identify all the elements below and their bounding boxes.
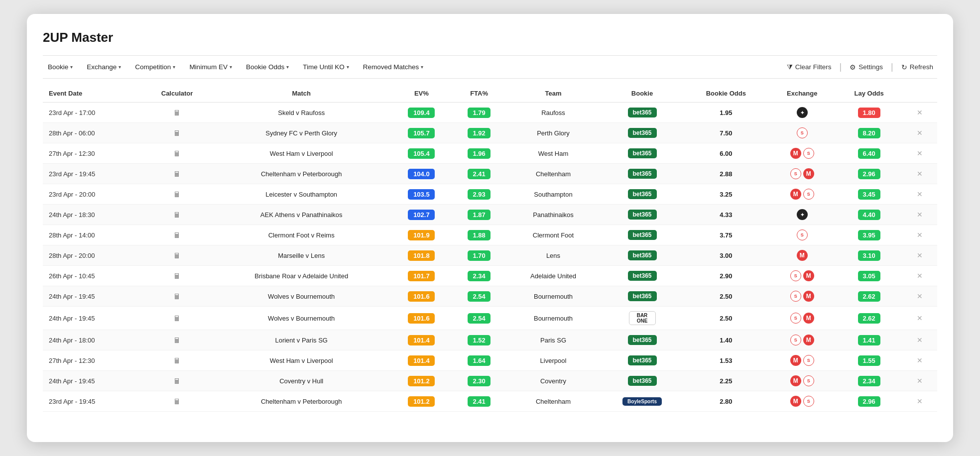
calculator-icon[interactable]: 🖩 <box>173 377 181 385</box>
cell-calculator[interactable]: 🖩 <box>142 307 212 330</box>
filter-btn-time-until-ko[interactable]: Time Until KO▾ <box>298 61 358 73</box>
matchbook-icon: M <box>803 270 814 281</box>
calculator-icon[interactable]: 🖩 <box>173 129 181 137</box>
col-match: Match <box>212 85 391 103</box>
remove-button[interactable]: ✕ <box>914 250 926 260</box>
filter-btn-bookie[interactable]: Bookie▾ <box>43 61 82 73</box>
remove-button[interactable]: ✕ <box>914 271 926 281</box>
calculator-icon[interactable]: 🖩 <box>173 336 181 344</box>
cell-calculator[interactable]: 🖩 <box>142 330 212 350</box>
remove-button[interactable]: ✕ <box>914 210 926 220</box>
smarkets-icon: S <box>797 229 808 240</box>
cell-remove[interactable]: ✕ <box>902 286 937 307</box>
filter-btn-competition[interactable]: Competition▾ <box>130 61 184 73</box>
cell-exchange: MS <box>768 184 836 205</box>
smarkets-icon: S <box>803 148 814 159</box>
calculator-icon[interactable]: 🖩 <box>173 251 181 260</box>
remove-button[interactable]: ✕ <box>914 376 926 386</box>
calculator-icon[interactable]: 🖩 <box>173 314 181 323</box>
cell-calculator[interactable]: 🖩 <box>142 205 212 225</box>
remove-button[interactable]: ✕ <box>914 291 926 301</box>
refresh-icon: ↻ <box>901 63 907 71</box>
calculator-icon[interactable]: 🖩 <box>173 356 181 365</box>
filter-btn-exchange[interactable]: Exchange▾ <box>82 61 130 73</box>
matchbook-icon: M <box>803 335 814 345</box>
table-row: 24th Apr - 19:45 🖩 Coventry v Hull 101.2… <box>43 371 937 391</box>
smarkets-icon: S <box>790 313 801 324</box>
remove-button[interactable]: ✕ <box>914 148 926 158</box>
calculator-icon[interactable]: 🖩 <box>173 272 181 280</box>
cell-team: Paris SG <box>506 330 601 350</box>
calculator-icon[interactable]: 🖩 <box>173 170 181 178</box>
cell-calculator[interactable]: 🖩 <box>142 103 212 123</box>
cell-remove[interactable]: ✕ <box>902 245 937 266</box>
calculator-icon[interactable]: 🖩 <box>173 231 181 239</box>
cell-bookie: bet365 <box>601 350 684 371</box>
cell-team: Panathinaikos <box>506 205 601 225</box>
cell-remove[interactable]: ✕ <box>902 164 937 184</box>
cell-remove[interactable]: ✕ <box>902 103 937 123</box>
remove-button[interactable]: ✕ <box>914 128 926 138</box>
lay-odds-badge: 1.55 <box>858 355 880 366</box>
cell-calculator[interactable]: 🖩 <box>142 371 212 391</box>
cell-calculator[interactable]: 🖩 <box>142 184 212 205</box>
remove-button[interactable]: ✕ <box>914 355 926 365</box>
calculator-icon[interactable]: 🖩 <box>173 149 181 158</box>
settings-button[interactable]: ⚙ Settings <box>846 61 887 73</box>
caret-time-until-ko: ▾ <box>347 64 349 70</box>
cell-fta: 1.64 <box>452 350 506 371</box>
cell-calculator[interactable]: 🖩 <box>142 286 212 307</box>
cell-date: 24th Apr - 18:30 <box>43 205 142 225</box>
cell-calculator[interactable]: 🖩 <box>142 225 212 245</box>
cell-bookie-odds: 1.95 <box>684 103 768 123</box>
filter-btn-minimum-ev[interactable]: Minimum EV▾ <box>184 61 241 73</box>
table-row: 23rd Apr - 20:00 🖩 Leicester v Southampt… <box>43 184 937 205</box>
ev-badge: 103.5 <box>408 189 435 200</box>
cell-calculator[interactable]: 🖩 <box>142 164 212 184</box>
cell-remove[interactable]: ✕ <box>902 307 937 330</box>
cell-remove[interactable]: ✕ <box>902 330 937 350</box>
calculator-icon[interactable]: 🖩 <box>173 211 181 219</box>
cell-calculator[interactable]: 🖩 <box>142 123 212 143</box>
cell-remove[interactable]: ✕ <box>902 123 937 143</box>
cell-calculator[interactable]: 🖩 <box>142 350 212 371</box>
filter-btn-bookie-odds[interactable]: Bookie Odds▾ <box>241 61 298 73</box>
filter-btn-removed-matches[interactable]: Removed Matches▾ <box>358 61 433 73</box>
remove-button[interactable]: ✕ <box>914 108 926 117</box>
cell-remove[interactable]: ✕ <box>902 184 937 205</box>
cell-calculator[interactable]: 🖩 <box>142 266 212 286</box>
calculator-icon[interactable]: 🖩 <box>173 190 181 199</box>
remove-button[interactable]: ✕ <box>914 396 926 406</box>
cell-match: Coventry v Hull <box>212 371 391 391</box>
calculator-icon[interactable]: 🖩 <box>173 397 181 406</box>
cell-lay-odds: 3.95 <box>836 225 902 245</box>
cell-remove[interactable]: ✕ <box>902 266 937 286</box>
app-title: 2UP Master <box>43 30 937 45</box>
cell-remove[interactable]: ✕ <box>902 371 937 391</box>
refresh-button[interactable]: ↻ Refresh <box>897 61 937 73</box>
cell-remove[interactable]: ✕ <box>902 143 937 164</box>
remove-button[interactable]: ✕ <box>914 313 926 323</box>
cell-remove[interactable]: ✕ <box>902 391 937 412</box>
remove-button[interactable]: ✕ <box>914 335 926 345</box>
cell-remove[interactable]: ✕ <box>902 205 937 225</box>
remove-button[interactable]: ✕ <box>914 189 926 199</box>
fta-badge: 2.41 <box>468 396 490 407</box>
cell-calculator[interactable]: 🖩 <box>142 245 212 266</box>
remove-button[interactable]: ✕ <box>914 230 926 240</box>
cell-team: Southampton <box>506 184 601 205</box>
lay-odds-badge: 2.62 <box>858 313 880 324</box>
clear-filters-button[interactable]: ⧩ Clear Filters <box>783 61 836 73</box>
remove-button[interactable]: ✕ <box>914 169 926 179</box>
cell-remove[interactable]: ✕ <box>902 225 937 245</box>
ev-badge: 101.2 <box>408 396 435 407</box>
cell-lay-odds: 1.55 <box>836 350 902 371</box>
calculator-icon[interactable]: 🖩 <box>173 109 181 117</box>
bookie-badge: bet365 <box>628 108 657 117</box>
cell-date: 26th Apr - 10:45 <box>43 266 142 286</box>
lay-odds-badge: 4.40 <box>858 210 880 220</box>
cell-calculator[interactable]: 🖩 <box>142 143 212 164</box>
calculator-icon[interactable]: 🖩 <box>173 292 181 301</box>
cell-calculator[interactable]: 🖩 <box>142 391 212 412</box>
cell-remove[interactable]: ✕ <box>902 350 937 371</box>
